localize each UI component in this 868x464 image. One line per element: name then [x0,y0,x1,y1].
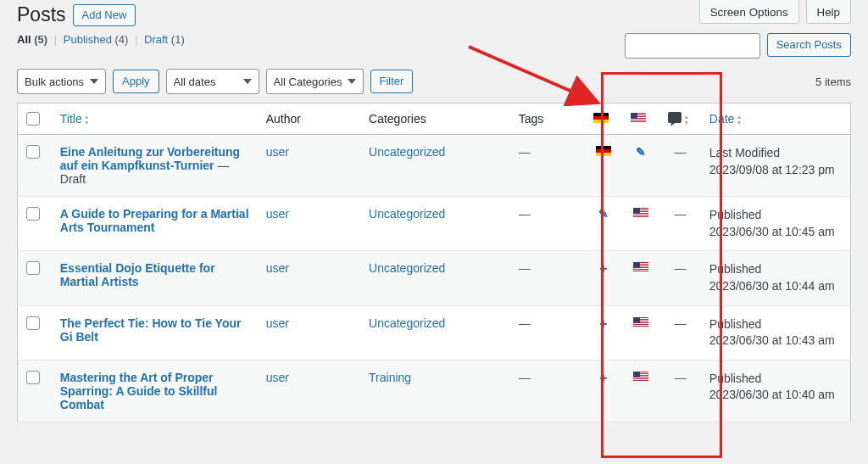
plus-icon[interactable]: + [599,316,607,331]
view-filters: All (5) | Published (4) | Draft (1) [17,33,185,46]
table-row: Eine Anleitung zur Vorbereitung auf ein … [18,135,851,197]
date-value: 2023/06/30 at 10:45 am [709,225,835,238]
flag-us-icon[interactable] [633,208,648,218]
table-row: The Perfect Tie: How to Tie Your Gi Belt… [18,305,851,360]
pencil-icon[interactable]: ✎ [636,145,646,159]
date-label: Published [709,371,842,388]
date-label: Published [709,261,842,278]
category-link[interactable]: Uncategorized [369,207,445,221]
posts-table: Title Author Categories Tags Date Eine A… [17,103,851,422]
comments-value: — [675,316,687,330]
col-title[interactable]: Title [52,103,258,135]
col-date[interactable]: Date [701,103,851,135]
col-categories[interactable]: Categories [360,103,510,135]
row-checkbox[interactable] [26,261,40,275]
flag-us-icon[interactable] [633,262,648,272]
filter-button[interactable]: Filter [370,70,414,93]
author-link[interactable]: user [266,371,289,384]
categories-select[interactable]: All Categories [266,69,364,94]
search-input[interactable] [625,33,760,59]
page-title: Posts [17,3,66,26]
post-title-link[interactable]: The Perfect Tie: How to Tie Your Gi Belt [60,316,242,344]
comments-value: — [675,145,687,159]
filter-all[interactable]: All (5) [17,33,47,46]
dates-select[interactable]: All dates [166,69,259,94]
category-link[interactable]: Uncategorized [369,145,445,159]
date-value: 2023/06/30 at 10:44 am [709,279,835,293]
row-checkbox[interactable] [26,371,40,384]
row-checkbox[interactable] [26,145,40,159]
row-checkbox[interactable] [26,207,40,221]
author-link[interactable]: user [266,261,289,275]
col-lang-us[interactable] [622,103,659,135]
comment-icon [668,112,682,123]
comments-value: — [675,261,687,275]
date-value: 2023/09/08 at 12:23 pm [709,163,835,176]
post-title-link[interactable]: Essential Dojo Etiquette for Martial Art… [60,261,215,288]
table-row: Mastering the Art of Proper Sparring: A … [18,360,851,422]
table-row: Essential Dojo Etiquette for Martial Art… [18,251,851,305]
col-lang-de[interactable] [585,103,622,135]
help-button[interactable]: Help [806,0,851,24]
select-all-checkbox[interactable] [26,112,40,126]
sort-icon [736,114,742,126]
tags-value: — [519,261,531,275]
col-tags[interactable]: Tags [510,103,585,135]
tags-value: — [519,145,531,159]
col-comments[interactable] [659,103,701,135]
author-link[interactable]: user [266,207,289,221]
comments-value: — [675,371,687,384]
category-link[interactable]: Uncategorized [369,261,445,275]
plus-icon[interactable]: + [599,261,607,276]
flag-us-icon[interactable] [633,372,648,382]
author-link[interactable]: user [266,145,289,159]
screen-options-button[interactable]: Screen Options [699,0,799,24]
date-label: Published [709,316,842,333]
search-posts-button[interactable]: Search Posts [767,33,851,57]
tags-value: — [519,316,531,330]
date-label: Published [709,207,842,224]
filter-published[interactable]: Published (4) [64,33,129,46]
row-checkbox[interactable] [26,316,40,330]
items-count: 5 items [815,75,851,88]
flag-de-icon [593,113,609,123]
filter-draft[interactable]: Draft (1) [144,33,185,46]
plus-icon[interactable]: + [599,371,607,385]
post-title-link[interactable]: Mastering the Art of Proper Sparring: A … [60,371,218,411]
pencil-icon[interactable]: ✎ [598,207,609,221]
tags-value: — [519,371,531,384]
flag-us-icon [631,113,646,123]
post-title-link[interactable]: Eine Anleitung zur Vorbereitung auf ein … [60,145,240,172]
date-label: Last Modified [709,145,842,162]
bulk-actions-select[interactable]: Bulk actions [17,69,106,94]
sort-icon [683,114,689,126]
col-author[interactable]: Author [258,103,360,135]
post-title-link[interactable]: A Guide to Preparing for a Martial Arts … [60,207,249,234]
sort-icon [84,114,90,126]
table-row: A Guide to Preparing for a Martial Arts … [18,197,851,251]
date-value: 2023/06/30 at 10:43 am [709,333,835,347]
comments-value: — [675,207,687,221]
category-link[interactable]: Uncategorized [369,316,445,330]
flag-us-icon[interactable] [633,317,648,327]
author-link[interactable]: user [266,316,289,330]
flag-de-icon[interactable] [596,146,611,156]
date-value: 2023/06/30 at 10:40 am [709,388,835,401]
tags-value: — [519,207,531,221]
apply-button[interactable]: Apply [113,70,159,93]
add-new-button[interactable]: Add New [73,4,136,26]
category-link[interactable]: Training [369,371,411,384]
